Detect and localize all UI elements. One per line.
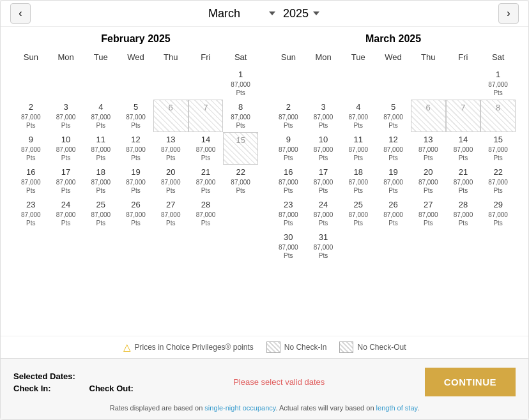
day-pts: 87,000Pts (279, 113, 298, 130)
day-pts: 87,000Pts (91, 113, 111, 130)
day-cell[interactable]: 1087,000Pts (306, 132, 341, 165)
legend-no-checkout: No Check-Out (339, 341, 406, 353)
day-pts: 87,000Pts (91, 211, 111, 227)
day-pts: 87,000Pts (91, 146, 111, 162)
day-cell[interactable]: 1787,000Pts (306, 165, 341, 197)
prev-month-button[interactable]: ‹ (10, 3, 31, 24)
header-tue: Tue (83, 50, 118, 64)
day-number: 4 (98, 102, 103, 112)
year-select[interactable]: 2024 2025 2026 (283, 7, 321, 20)
checkin-label: Check In: (13, 384, 51, 393)
continue-button[interactable]: CONTINUE (425, 368, 516, 396)
day-cell: 6 (153, 100, 188, 132)
day-number: 19 (388, 167, 397, 177)
day-cell[interactable]: 2887,000Pts (188, 197, 224, 230)
day-cell[interactable]: 1287,000Pts (376, 132, 411, 165)
day-cell[interactable]: 1687,000Pts (271, 165, 306, 197)
day-cell[interactable]: 2787,000Pts (153, 197, 188, 230)
month-select[interactable]: January February March April May June Ju… (208, 7, 277, 20)
day-cell[interactable]: 1987,000Pts (118, 165, 153, 197)
day-cell[interactable]: 2687,000Pts (376, 197, 411, 230)
legend-no-checkout-text: No Check-Out (357, 343, 406, 352)
day-pts: 87,000Pts (161, 178, 181, 195)
day-cell[interactable]: 2287,000Pts (480, 165, 516, 197)
feb-title: February 2025 (13, 33, 258, 45)
day-pts: 87,000Pts (383, 211, 403, 227)
day-cell[interactable]: 1587,000Pts (480, 132, 516, 165)
day-cell[interactable]: 2887,000Pts (446, 197, 481, 230)
day-cell[interactable]: 2387,000Pts (13, 197, 49, 230)
day-number: 28 (459, 200, 468, 209)
day-number: 20 (166, 167, 175, 177)
day-cell[interactable]: 2587,000Pts (83, 197, 118, 230)
day-cell[interactable]: 1887,000Pts (341, 165, 376, 197)
day-pts: 87,000Pts (126, 113, 146, 130)
day-number: 4 (356, 102, 360, 112)
header-thu: Thu (411, 50, 446, 64)
day-cell[interactable]: 587,000Pts (118, 100, 153, 132)
header-mon: Mon (306, 50, 341, 64)
day-cell[interactable]: 2687,000Pts (118, 197, 153, 230)
day-cell: 6 (411, 100, 446, 132)
day-cell[interactable]: 1787,000Pts (49, 165, 84, 197)
day-cell[interactable]: 1287,000Pts (118, 132, 153, 165)
empty-cell (153, 67, 188, 100)
day-cell[interactable]: 387,000Pts (306, 100, 341, 132)
day-cell[interactable]: 2187,000Pts (188, 165, 224, 197)
day-cell[interactable]: 2287,000Pts (223, 165, 258, 197)
day-cell[interactable]: 1187,000Pts (341, 132, 376, 165)
day-cell[interactable]: 1487,000Pts (188, 132, 224, 165)
day-cell[interactable]: 2487,000Pts (49, 197, 84, 230)
day-pts: 87,000Pts (231, 80, 250, 97)
day-cell[interactable]: 1087,000Pts (49, 132, 84, 165)
day-cell[interactable]: 2387,000Pts (271, 197, 306, 230)
day-cell[interactable]: 187,000Pts (223, 67, 258, 100)
next-month-button[interactable]: › (498, 3, 519, 24)
day-cell[interactable]: 487,000Pts (341, 100, 376, 132)
empty-cell (188, 67, 224, 100)
day-cell[interactable]: 2487,000Pts (306, 197, 341, 230)
day-cell[interactable]: 3187,000Pts (306, 230, 341, 262)
mar-title: March 2025 (271, 33, 516, 45)
day-pts: 87,000Pts (21, 211, 41, 227)
day-cell[interactable]: 2987,000Pts (480, 197, 516, 230)
day-number: 1 (496, 70, 500, 79)
day-pts: 87,000Pts (56, 211, 76, 227)
day-number: 15 (236, 135, 245, 145)
day-cell[interactable]: 187,000Pts (480, 67, 516, 100)
no-checkin-box (266, 341, 280, 353)
day-cell[interactable]: 987,000Pts (13, 132, 49, 165)
day-cell[interactable]: 3087,000Pts (271, 230, 306, 262)
day-cell: 7 (446, 100, 481, 132)
legend-points-text: Prices in Choice Privileges® points (135, 343, 254, 352)
day-cell[interactable]: 1687,000Pts (13, 165, 49, 197)
day-cell[interactable]: 1987,000Pts (376, 165, 411, 197)
day-cell: 8 (480, 100, 516, 132)
day-pts: 87,000Pts (348, 211, 368, 227)
day-cell[interactable]: 387,000Pts (49, 100, 84, 132)
day-cell[interactable]: 2587,000Pts (341, 197, 376, 230)
day-pts: 87,000Pts (488, 146, 508, 162)
day-number: 24 (61, 200, 70, 209)
day-cell[interactable]: 587,000Pts (376, 100, 411, 132)
day-pts: 87,000Pts (126, 211, 146, 227)
day-cell[interactable]: 2087,000Pts (153, 165, 188, 197)
day-number: 5 (134, 102, 138, 112)
day-cell[interactable]: 287,000Pts (271, 100, 306, 132)
day-number: 26 (388, 200, 397, 209)
day-cell[interactable]: 1487,000Pts (446, 132, 481, 165)
day-cell[interactable]: 2187,000Pts (446, 165, 481, 197)
day-number: 6 (169, 103, 173, 112)
day-cell[interactable]: 1187,000Pts (83, 132, 118, 165)
day-cell[interactable]: 287,000Pts (13, 100, 49, 132)
day-cell[interactable]: 487,000Pts (83, 100, 118, 132)
day-cell[interactable]: 987,000Pts (271, 132, 306, 165)
day-cell[interactable]: 1387,000Pts (411, 132, 446, 165)
day-cell[interactable]: 1387,000Pts (153, 132, 188, 165)
day-cell[interactable]: 1887,000Pts (83, 165, 118, 197)
day-cell[interactable]: 2787,000Pts (411, 197, 446, 230)
day-pts: 87,000Pts (21, 178, 41, 195)
day-number: 10 (319, 135, 328, 144)
day-cell[interactable]: 887,000Pts (223, 100, 258, 132)
day-cell[interactable]: 2087,000Pts (411, 165, 446, 197)
